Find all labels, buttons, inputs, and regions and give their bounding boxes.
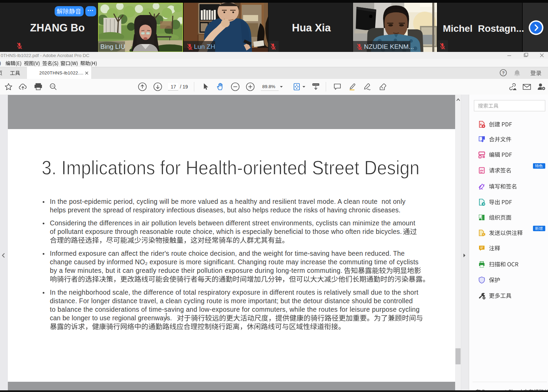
svg-text:?: ? bbox=[502, 71, 505, 75]
svg-text:A: A bbox=[480, 123, 482, 126]
